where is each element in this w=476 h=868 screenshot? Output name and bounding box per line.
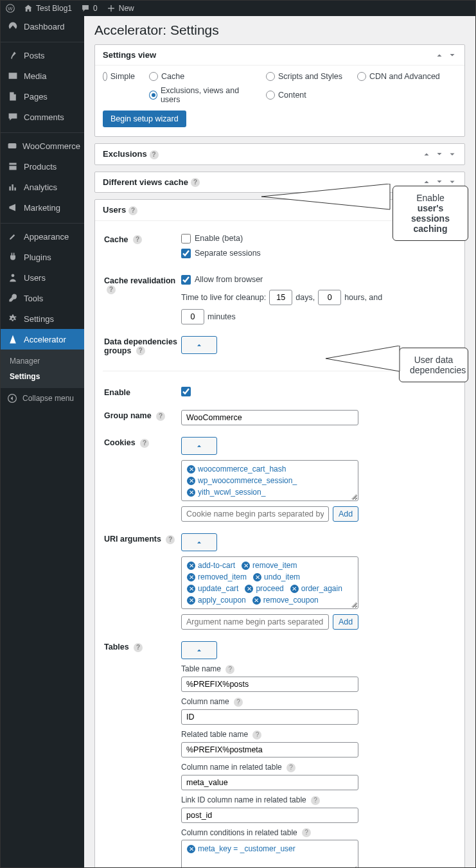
sidebar-item-tools[interactable]: Tools: [1, 288, 84, 308]
remove-tag-icon[interactable]: ✕: [187, 573, 195, 581]
ddg-collapse-button[interactable]: [181, 336, 217, 354]
sidebar-item-products[interactable]: Products: [1, 156, 84, 177]
radio-scripts[interactable]: Scripts and Styles: [266, 72, 343, 81]
uriargs-add-button[interactable]: Add: [333, 614, 358, 630]
radio-content[interactable]: Content: [266, 86, 343, 104]
svg-marker-6: [261, 184, 390, 209]
sidebar-item-label: Accelerator: [24, 335, 66, 344]
remove-tag-icon[interactable]: ✕: [187, 562, 195, 570]
caret-down-icon[interactable]: [448, 150, 457, 159]
begin-setup-wizard-button[interactable]: Begin setup wizard: [103, 111, 186, 127]
radio-simple[interactable]: Simple: [103, 72, 135, 81]
sidebar-item-analytics[interactable]: Analytics: [1, 177, 84, 197]
woo-icon: [7, 140, 17, 152]
conditions-tagbox[interactable]: ✕meta_key = _customer_user: [181, 840, 358, 867]
sidebar-item-accelerator[interactable]: Accelerator: [1, 329, 84, 350]
media-icon: [7, 70, 19, 82]
remove-tag-icon[interactable]: ✕: [290, 585, 299, 593]
help-icon: ?: [191, 178, 200, 187]
related-table-input[interactable]: [181, 742, 358, 757]
sidebar-item-plugins[interactable]: Plugins: [1, 247, 84, 267]
collapse-menu[interactable]: Collapse menu: [1, 388, 84, 409]
wp-logo[interactable]: W: [6, 4, 15, 13]
submenu-settings[interactable]: Settings: [1, 369, 84, 384]
tag-item: ✕order_again: [290, 584, 342, 593]
remove-tag-icon[interactable]: ✕: [187, 596, 195, 605]
settings-view-panel: Settings view Simple Cache Scripts and S…: [94, 44, 465, 137]
tag-item: ✕remove_coupon: [252, 596, 319, 605]
site-name[interactable]: Test Blog1: [24, 4, 72, 13]
cookies-tagbox[interactable]: ✕woocommerce_cart_hash✕wp_woocommerce_se…: [181, 460, 358, 501]
chevron-down-icon[interactable]: [435, 150, 444, 159]
radio-cache[interactable]: Cache: [149, 72, 252, 81]
separate-sessions-checkbox[interactable]: Separate sessions: [181, 249, 455, 258]
ttl-prefix: Time to live for cleanup:: [181, 293, 266, 302]
exclusions-header[interactable]: Exclusions?: [95, 144, 464, 164]
sidebar-item-pages[interactable]: Pages: [1, 86, 84, 107]
sidebar-item-comments[interactable]: Comments: [1, 107, 84, 127]
allow-browser-checkbox[interactable]: Allow from browser: [181, 275, 455, 285]
cookies-collapse-button[interactable]: [181, 437, 217, 455]
remove-tag-icon[interactable]: ✕: [187, 845, 195, 853]
remove-tag-icon[interactable]: ✕: [187, 488, 195, 497]
tables-collapse-button[interactable]: [181, 641, 217, 659]
remove-tag-icon[interactable]: ✕: [252, 596, 261, 605]
ttl-minutes-input[interactable]: [181, 309, 204, 324]
uriargs-collapse-button[interactable]: [181, 533, 217, 551]
ttl-days-input[interactable]: [269, 290, 292, 305]
comment-icon: [7, 111, 19, 123]
tag-item: ✕undo_item: [253, 572, 300, 581]
help-icon: ?: [156, 412, 165, 421]
cookies-row-label: Cookies: [104, 438, 136, 447]
plugins-icon: [7, 251, 19, 263]
comments-count[interactable]: 0: [81, 4, 98, 13]
sidebar-item-media[interactable]: Media: [1, 66, 84, 86]
users-panel: Users? Cache ? Enable (beta) Separate se…: [94, 199, 465, 867]
column-name-input[interactable]: [181, 709, 358, 725]
sidebar-item-appearance[interactable]: Appearance: [1, 226, 84, 247]
sidebar-item-users[interactable]: Users: [1, 267, 84, 288]
group-name-input[interactable]: [181, 410, 358, 425]
remove-tag-icon[interactable]: ✕: [187, 477, 195, 485]
sidebar-item-posts[interactable]: Posts: [1, 45, 84, 66]
sidebar-item-woocommerce[interactable]: WooCommerce: [1, 136, 84, 156]
cookie-add-button[interactable]: Add: [333, 506, 358, 522]
related-column-input[interactable]: [181, 775, 358, 790]
submenu-manager[interactable]: Manager: [1, 353, 84, 369]
sidebar-item-label: Pages: [24, 92, 48, 102]
remove-tag-icon[interactable]: ✕: [253, 573, 261, 581]
group-name-row-label: Group name: [104, 411, 152, 420]
chevron-down-icon[interactable]: [448, 51, 457, 60]
remove-tag-icon[interactable]: ✕: [242, 562, 250, 570]
uriargs-tagbox[interactable]: ✕add-to-cart✕remove_item✕removed_item✕un…: [181, 556, 358, 609]
table-name-input[interactable]: [181, 677, 358, 692]
svg-point-4: [12, 317, 13, 319]
remove-tag-icon[interactable]: ✕: [187, 465, 195, 474]
radio-exclusions[interactable]: Exclusions, views and users: [149, 86, 252, 104]
cookie-add-input[interactable]: [181, 506, 329, 522]
tag-item: ✕add-to-cart: [187, 561, 235, 570]
uriargs-add-input[interactable]: [181, 614, 329, 630]
chevron-up-icon[interactable]: [422, 150, 431, 159]
link-column-input[interactable]: [181, 808, 358, 823]
sidebar-item-settings[interactable]: Settings: [1, 308, 84, 329]
group-enable-checkbox[interactable]: [181, 387, 191, 396]
analytics-icon: [7, 181, 19, 193]
radio-cdn[interactable]: CDN and Advanced: [357, 72, 447, 81]
sidebar-item-marketing[interactable]: Marketing: [1, 197, 84, 218]
settings-icon: [7, 313, 19, 324]
tag-item: ✕yith_wcwl_session_: [187, 488, 265, 497]
sidebar-item-label: Tools: [24, 294, 43, 303]
remove-tag-icon[interactable]: ✕: [245, 585, 253, 593]
chevron-up-icon[interactable]: [435, 51, 444, 60]
new-content[interactable]: New: [107, 4, 134, 13]
help-icon: ?: [166, 535, 175, 544]
help-icon: ?: [252, 731, 261, 740]
enable-row-label: Enable: [104, 382, 180, 403]
remove-tag-icon[interactable]: ✕: [187, 585, 195, 593]
ttl-hours-input[interactable]: [318, 290, 341, 305]
sidebar-item-dashboard[interactable]: Dashboard: [1, 16, 84, 37]
tag-item: ✕meta_key = _customer_user: [187, 844, 295, 853]
settings-view-header[interactable]: Settings view: [95, 45, 464, 66]
content-area: Accelerator: Settings Settings view Simp…: [84, 16, 475, 867]
